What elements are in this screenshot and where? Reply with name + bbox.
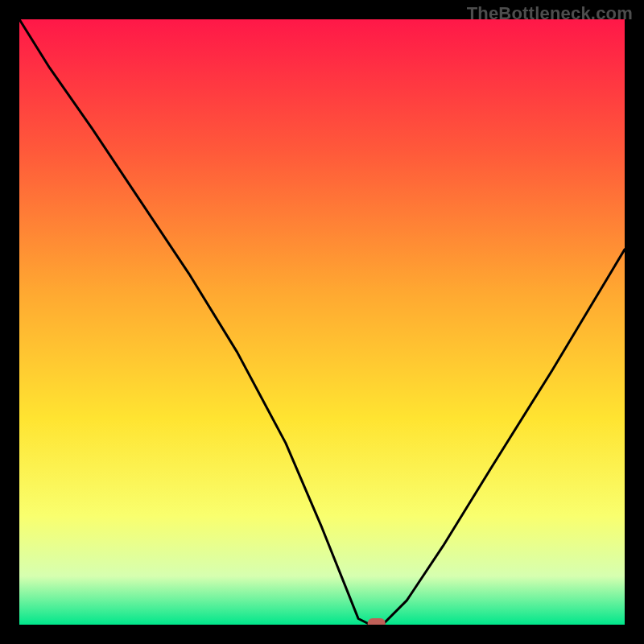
plot-area [19,19,625,625]
watermark-text: TheBottleneck.com [467,3,633,24]
chart-svg [19,19,625,625]
gradient-background [19,19,625,625]
chart-frame: TheBottleneck.com [0,0,644,644]
current-point-marker [368,618,386,625]
